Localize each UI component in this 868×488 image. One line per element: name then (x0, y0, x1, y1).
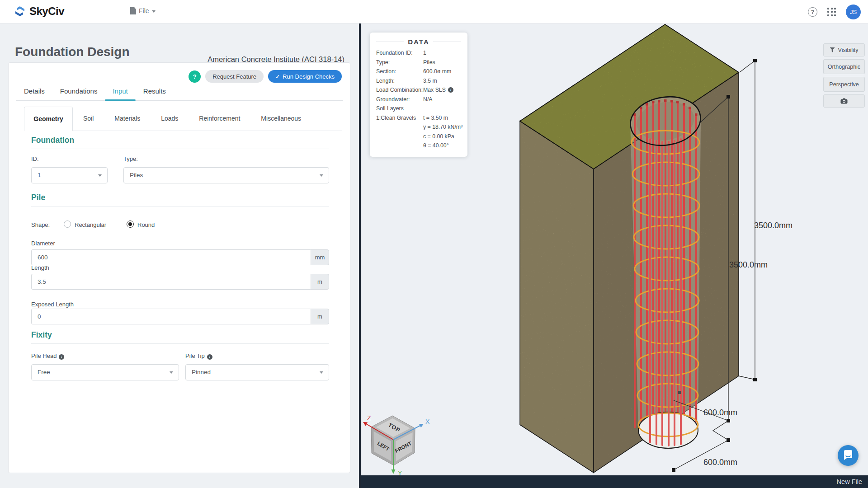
tab-input[interactable]: Input (105, 83, 135, 100)
dim-pile-length: 3500.0mm (729, 260, 768, 269)
soil-layer-row: c = 0.00 kPa (376, 132, 461, 141)
shape-radio-rectangular[interactable] (64, 221, 71, 228)
tab-results[interactable]: Results (136, 83, 174, 100)
data-row: Section:600.0ø mm (376, 67, 461, 76)
subtab-loads[interactable]: Loads (151, 107, 189, 131)
dim-soil-height: 3500.0mm (754, 221, 793, 230)
input-card: Request Feature Run Design Checks Detail… (8, 62, 350, 473)
length-label: Length (31, 264, 49, 271)
pile-head-select[interactable]: Free (31, 364, 179, 380)
divider-line (31, 206, 329, 206)
divider-line (31, 343, 329, 344)
help-icon[interactable] (808, 7, 817, 17)
axis-y-label: Y (398, 469, 402, 475)
top-bar: SkyCiv File JS (0, 0, 868, 23)
apps-grid-icon[interactable] (827, 8, 836, 16)
input-subtabs: Geometry Soil Materials Loads Reinforcem… (24, 107, 342, 131)
foundation-id-select[interactable]: 1 (31, 167, 108, 183)
soil-layer-row: y = 18.70 kN/m³ (376, 122, 461, 132)
tab-foundations[interactable]: Foundations (52, 83, 105, 100)
pile-head-label: Pile Head (31, 352, 64, 360)
fixity-section-heading: Fixity (31, 330, 52, 340)
subtab-geometry[interactable]: Geometry (24, 107, 73, 131)
axis-x-label: X (425, 418, 430, 425)
visibility-button[interactable]: Visibility (823, 43, 865, 56)
skyciv-logo[interactable]: SkyCiv (14, 5, 64, 18)
length-unit: m (311, 274, 329, 290)
pile-section-heading: Pile (31, 193, 45, 202)
shape-option-round-label[interactable]: Round (137, 221, 155, 228)
data-row: Groundwater:N/A (376, 95, 461, 104)
file-menu[interactable]: File (130, 7, 156, 14)
request-feature-button[interactable]: Request Feature (205, 70, 264, 83)
soil-layers-heading: Soil Layers (376, 104, 461, 113)
run-design-checks-button[interactable]: Run Design Checks (268, 70, 342, 83)
data-panel: DATA Foundation ID:1 Type:Piles Section:… (370, 33, 467, 157)
view-controls: Visibility Orthographic Perspective (823, 43, 865, 108)
soil-layer-row: 1:Clean Gravelst = 3.50 m (376, 113, 461, 123)
info-icon[interactable] (448, 87, 453, 93)
subtab-miscellaneous[interactable]: Miscellaneous (250, 107, 311, 131)
data-row: Foundation ID:1 (376, 48, 461, 58)
data-row: Type:Piles (376, 58, 461, 67)
info-icon[interactable] (59, 354, 64, 360)
diameter-label: Diameter (31, 240, 55, 247)
tab-details[interactable]: Details (16, 83, 52, 100)
check-icon (275, 73, 280, 80)
shape-option-rectangular-label[interactable]: Rectangular (75, 221, 106, 228)
chat-button[interactable] (838, 445, 859, 466)
selection-handle[interactable] (678, 391, 681, 394)
orthographic-button[interactable]: Orthographic (823, 59, 865, 74)
pile-3d[interactable] (627, 92, 704, 448)
file-icon (130, 7, 136, 14)
chevron-down-icon (152, 10, 156, 13)
diameter-input[interactable] (31, 249, 311, 265)
skyciv-logo-icon (14, 5, 26, 18)
subtab-materials[interactable]: Materials (104, 107, 151, 131)
page-title: Foundation Design (15, 45, 130, 59)
dim-diameter-bottom: 600.0mm (703, 458, 737, 467)
foundation-section-heading: Foundation (31, 136, 74, 145)
exposed-length-input[interactable] (31, 309, 311, 324)
chat-bubble-icon (843, 450, 854, 461)
exposed-length-label: Exposed Length (31, 301, 74, 308)
axis-z-label: Z (367, 414, 371, 422)
diameter-unit: mm (311, 249, 329, 265)
soil-block[interactable] (520, 24, 739, 473)
main-tabs: Details Foundations Input Results (16, 83, 343, 101)
screenshot-button[interactable] (823, 94, 865, 108)
help-button[interactable] (189, 70, 201, 83)
id-label: ID: (31, 155, 39, 162)
type-label: Type: (123, 155, 138, 162)
form-panel: Foundation Design American Concrete Inst… (0, 23, 359, 488)
subtab-reinforcement[interactable]: Reinforcement (189, 107, 250, 131)
shape-radio-round[interactable] (127, 221, 134, 228)
file-menu-label: File (139, 7, 149, 14)
perspective-button[interactable]: Perspective (823, 77, 865, 92)
info-icon[interactable] (207, 354, 212, 360)
subtab-soil[interactable]: Soil (73, 107, 104, 131)
avatar[interactable]: JS (846, 5, 861, 19)
exposed-length-unit: m (311, 309, 329, 324)
pile-tip-label: Pile Tip (185, 352, 212, 360)
data-row: Load Combination:Max SLS (376, 85, 461, 95)
status-bar: New File (361, 475, 868, 488)
view-cube[interactable]: TOP LEFT FRONT Z X Y (363, 414, 430, 475)
3d-viewport[interactable]: 3500.0mm 3500.0mm 600.0mm 600.0mm TOP LE… (361, 23, 868, 475)
length-input[interactable] (31, 274, 311, 290)
data-row: Length:3.5 m (376, 76, 461, 86)
camera-icon (840, 98, 848, 104)
filter-icon (830, 47, 835, 52)
new-file-label[interactable]: New File (837, 478, 862, 485)
pile-tip-select[interactable]: Pinned (185, 364, 329, 380)
shape-label: Shape: (31, 221, 50, 228)
foundation-type-select[interactable]: Piles (123, 167, 329, 183)
data-panel-title: DATA (408, 38, 429, 46)
dim-diameter-top: 600.0mm (703, 408, 737, 417)
soil-layer-row: θ = 40.00° (376, 141, 461, 150)
logo-text: SkyCiv (29, 5, 64, 18)
divider-line (31, 149, 329, 149)
